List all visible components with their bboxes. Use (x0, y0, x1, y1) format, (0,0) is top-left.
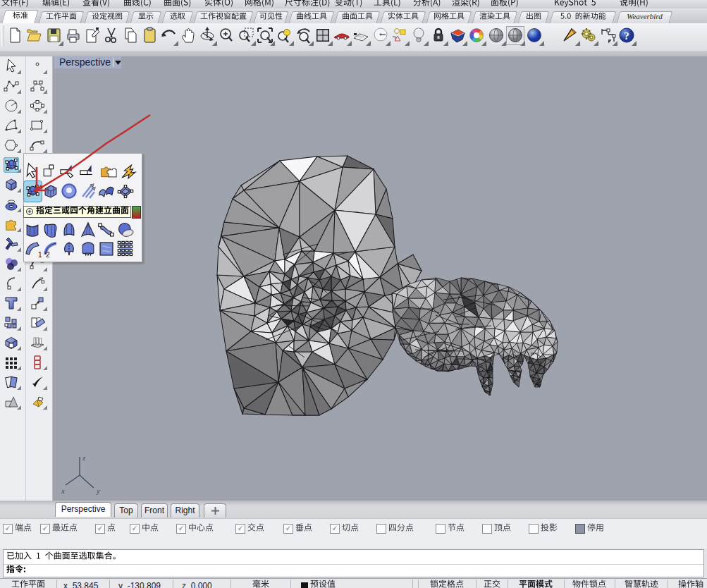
svg-text:x: x (61, 486, 65, 495)
svg-text:y: y (96, 486, 100, 495)
svg-text:z: z (82, 453, 86, 462)
svg-text:?: ? (624, 30, 629, 42)
